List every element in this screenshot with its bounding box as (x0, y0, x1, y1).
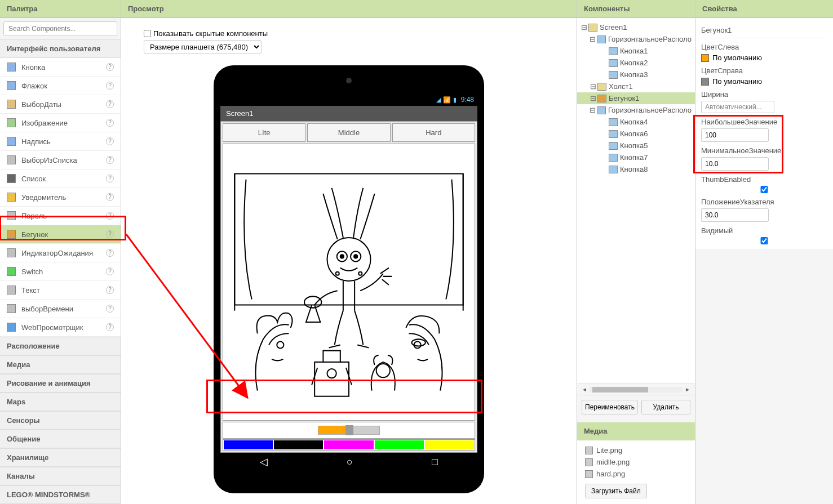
tab-Middle[interactable]: Middle (307, 123, 390, 142)
palette-item-label: WebПросмотрщик (21, 323, 106, 332)
category-Хранилище[interactable]: Хранилище (0, 448, 121, 467)
svg-point-7 (304, 296, 321, 307)
tab-Hard[interactable]: Hard (392, 123, 475, 142)
show-hidden-checkbox[interactable] (144, 30, 151, 37)
tree-item-Screen1[interactable]: ⊟Screen1 (577, 21, 695, 33)
tree-item-ГоризонтальноеРасполо[interactable]: ⊟ГоризонтальноеРасполо (577, 33, 695, 45)
tree-item-Кнопка5[interactable]: Кнопка5 (577, 140, 695, 151)
tree-toggle-icon[interactable]: ⊟ (590, 82, 596, 91)
tree-item-Бегунок1[interactable]: ⊟Бегунок1 (577, 92, 695, 104)
palette-item-Надпись[interactable]: Надпись? (0, 132, 121, 151)
palette-item-Кнопка[interactable]: Кнопка? (0, 58, 121, 77)
category-Сенсоры[interactable]: Сенсоры (0, 411, 121, 430)
size-select[interactable]: Размере планшета (675,480) (144, 40, 262, 54)
tree-toggle-icon[interactable]: ⊟ (590, 94, 596, 102)
help-icon[interactable]: ? (106, 286, 114, 294)
color-right-picker[interactable]: По умолчанию (701, 77, 827, 86)
tree-item-label: Кнопка4 (620, 118, 648, 126)
palette-item-ВыборИзСписка[interactable]: ВыборИзСписка? (0, 151, 121, 170)
width-select[interactable]: Автоматический... (701, 101, 774, 113)
category-Каналы[interactable]: Каналы (0, 467, 121, 485)
recent-icon[interactable]: □ (432, 456, 438, 468)
upload-file-button[interactable]: Загрузить Файл (585, 484, 647, 498)
delete-button[interactable]: Удалить (641, 400, 690, 414)
tab-LIte[interactable]: LIte (223, 123, 305, 142)
help-icon[interactable]: ? (106, 212, 114, 220)
color-button[interactable] (324, 440, 374, 450)
home-icon[interactable]: ○ (347, 456, 353, 468)
palette-item-Уведомитель[interactable]: Уведомитель? (0, 188, 121, 207)
category-Рисование и анимация[interactable]: Рисование и анимация (0, 374, 121, 393)
help-icon[interactable]: ? (106, 175, 114, 182)
ui-category-header[interactable]: Интерфейс пользователя (0, 39, 121, 58)
tree-item-Кнопка1[interactable]: Кнопка1 (577, 45, 695, 57)
help-icon[interactable]: ? (106, 323, 114, 331)
help-icon[interactable]: ? (106, 267, 114, 275)
palette-item-WebПросмотрщик[interactable]: WebПросмотрщик? (0, 318, 121, 337)
media-file-Lite.png[interactable]: Lite.png (585, 446, 687, 454)
help-icon[interactable]: ? (106, 100, 114, 108)
tree-item-Холст1[interactable]: ⊟Холст1 (577, 81, 695, 92)
help-icon[interactable]: ? (106, 63, 114, 71)
help-icon[interactable]: ? (106, 137, 114, 145)
component-icon (7, 174, 16, 183)
palette-item-Switch[interactable]: Switch? (0, 262, 121, 281)
tree-item-label: ГоризонтальноеРасполо (608, 35, 692, 43)
palette-item-ВыборДаты[interactable]: ВыборДаты? (0, 95, 121, 114)
help-icon[interactable]: ? (106, 230, 114, 238)
tree-toggle-icon[interactable]: ⊟ (590, 35, 596, 43)
canvas-area[interactable] (223, 144, 475, 421)
signal-icon: 📶 (443, 96, 451, 104)
category-Maps[interactable]: Maps (0, 393, 121, 411)
palette-item-Пароль[interactable]: Пароль? (0, 207, 121, 225)
rename-button[interactable]: Переименовать (582, 400, 638, 414)
category-Медиа[interactable]: Медиа (0, 355, 121, 374)
horizontal-scrollbar[interactable]: ◄ ► (577, 383, 695, 395)
tree-item-Кнопка7[interactable]: Кнопка7 (577, 151, 695, 163)
palette-item-Список[interactable]: Список? (0, 170, 121, 188)
palette-item-Текст[interactable]: Текст? (0, 281, 121, 300)
tree-item-Кнопка6[interactable]: Кнопка6 (577, 128, 695, 140)
help-icon[interactable]: ? (106, 156, 114, 164)
palette-item-Изображение[interactable]: Изображение? (0, 114, 121, 132)
min-value-input[interactable] (701, 157, 769, 171)
help-icon[interactable]: ? (106, 82, 114, 90)
search-input[interactable] (3, 21, 117, 36)
back-icon[interactable]: ◁ (260, 456, 268, 468)
media-file-hard.png[interactable]: hard.png (585, 470, 687, 478)
help-icon[interactable]: ? (106, 249, 114, 257)
thumb-enabled-checkbox[interactable] (701, 186, 827, 193)
scroll-left-icon[interactable]: ◄ (582, 386, 587, 393)
palette-item-Флажок[interactable]: Флажок? (0, 77, 121, 95)
tree-item-Кнопка3[interactable]: Кнопка3 (577, 69, 695, 81)
color-left-picker[interactable]: По умолчанию (701, 53, 827, 62)
category-Расположение[interactable]: Расположение (0, 337, 121, 355)
visible-checkbox[interactable] (701, 237, 827, 244)
palette-item-выборВремени[interactable]: выборВремени? (0, 300, 121, 318)
thumb-position-input[interactable] (701, 208, 769, 222)
category-LEGO® MINDSTORMS®[interactable]: LEGO® MINDSTORMS® (0, 485, 121, 504)
help-icon[interactable]: ? (106, 193, 114, 201)
palette-item-ИндикаторОжидания[interactable]: ИндикаторОжидания? (0, 244, 121, 262)
component-type-icon (609, 47, 618, 55)
tree-item-Кнопка8[interactable]: Кнопка8 (577, 163, 695, 175)
tree-item-Кнопка4[interactable]: Кнопка4 (577, 116, 695, 128)
slider-component[interactable] (318, 426, 380, 435)
color-button[interactable] (223, 440, 273, 450)
tree-item-ГоризонтальноеРасполо[interactable]: ⊟ГоризонтальноеРасполо (577, 104, 695, 116)
color-button[interactable] (273, 440, 324, 450)
color-left-label: ЦветСлева (701, 43, 827, 51)
color-button[interactable] (374, 440, 424, 450)
help-icon[interactable]: ? (106, 305, 114, 313)
tree-toggle-icon[interactable]: ⊟ (590, 106, 596, 114)
max-value-input[interactable] (701, 128, 769, 142)
media-file-midlle.png[interactable]: midlle.png (585, 458, 687, 466)
tree-toggle-icon[interactable]: ⊟ (581, 23, 587, 32)
help-icon[interactable]: ? (106, 119, 114, 127)
scroll-right-icon[interactable]: ► (685, 386, 690, 393)
color-button[interactable] (424, 440, 475, 450)
palette-item-Бегунок[interactable]: Бегунок? (0, 225, 121, 244)
svg-point-9 (414, 341, 421, 348)
category-Общение[interactable]: Общение (0, 430, 121, 448)
tree-item-Кнопка2[interactable]: Кнопка2 (577, 57, 695, 69)
